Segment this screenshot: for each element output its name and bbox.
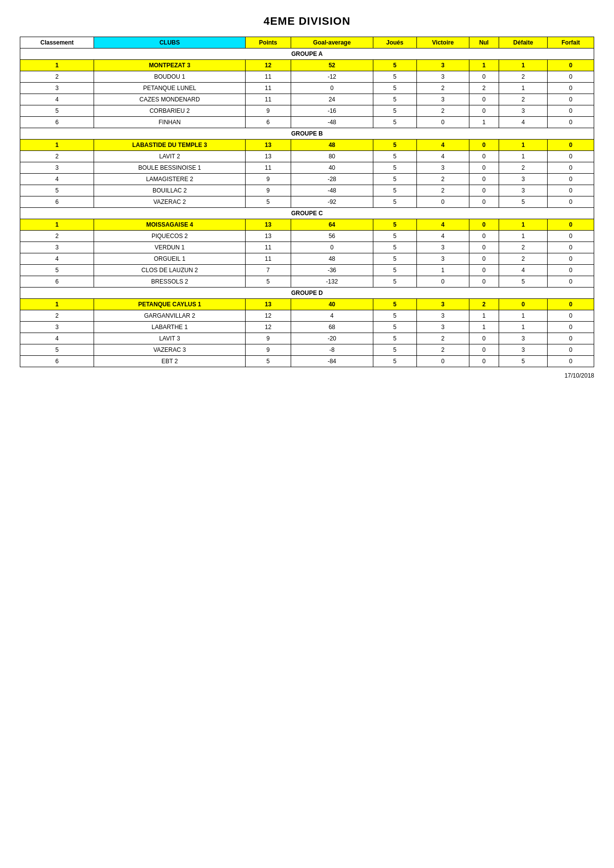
goal-cell: -84	[291, 356, 373, 367]
victoire-cell: 4	[417, 140, 469, 151]
defaite-cell: 5	[499, 276, 548, 288]
defaite-cell: 1	[499, 219, 548, 231]
rank-cell: 1	[20, 219, 94, 231]
page-title: 4EME DIVISION	[20, 15, 594, 28]
nul-cell: 0	[469, 265, 499, 276]
table-row: 6BRESSOLS 25-13250050	[20, 276, 594, 288]
table-row: 1LABASTIDE DU TEMPLE 3134854010	[20, 140, 594, 151]
defaite-cell: 3	[499, 185, 548, 196]
header-clubs: CLUBS	[94, 37, 245, 48]
victoire-cell: 2	[417, 174, 469, 185]
rank-cell: 2	[20, 310, 94, 322]
goal-cell: -8	[291, 344, 373, 356]
table-row: 2GARGANVILLAR 212453110	[20, 310, 594, 322]
table-row: 5CLOS DE LAUZUN 27-3651040	[20, 265, 594, 276]
victoire-cell: 0	[417, 196, 469, 208]
table-row: 6EBT 25-8450050	[20, 356, 594, 367]
forfait-cell: 0	[548, 83, 594, 94]
nul-cell: 1	[469, 310, 499, 322]
header-forfait: Forfait	[548, 37, 594, 48]
defaite-cell: 5	[499, 356, 548, 367]
nul-cell: 1	[469, 117, 499, 128]
goal-cell: -132	[291, 276, 373, 288]
table-row: 2LAVIT 2138054010	[20, 151, 594, 162]
club-cell: PETANQUE LUNEL	[94, 83, 245, 94]
table-row: 4LAMAGISTERE 29-2852030	[20, 174, 594, 185]
nul-cell: 2	[469, 299, 499, 310]
table-row: 3LABARTHE 1126853110	[20, 322, 594, 333]
points-cell: 9	[245, 174, 291, 185]
goal-cell: -12	[291, 71, 373, 83]
joues-cell: 5	[373, 196, 417, 208]
club-cell: LAMAGISTERE 2	[94, 174, 245, 185]
goal-cell: -36	[291, 265, 373, 276]
victoire-cell: 2	[417, 333, 469, 344]
nul-cell: 0	[469, 333, 499, 344]
nul-cell: 0	[469, 219, 499, 231]
joues-cell: 5	[373, 276, 417, 288]
table-row: 1MONTPEZAT 3125253110	[20, 60, 594, 71]
goal-cell: -48	[291, 185, 373, 196]
group-header-row: GROUPE D	[20, 288, 594, 299]
joues-cell: 5	[373, 265, 417, 276]
points-cell: 9	[245, 344, 291, 356]
nul-cell: 0	[469, 105, 499, 117]
goal-cell: 40	[291, 299, 373, 310]
points-cell: 12	[245, 60, 291, 71]
header-goal-average: Goal-average	[291, 37, 373, 48]
victoire-cell: 0	[417, 356, 469, 367]
forfait-cell: 0	[548, 242, 594, 253]
nul-cell: 0	[469, 174, 499, 185]
goal-cell: 80	[291, 151, 373, 162]
forfait-cell: 0	[548, 276, 594, 288]
nul-cell: 0	[469, 196, 499, 208]
rank-cell: 3	[20, 162, 94, 174]
nul-cell: 0	[469, 151, 499, 162]
club-cell: BOULE BESSINOISE 1	[94, 162, 245, 174]
club-cell: VAZERAC 3	[94, 344, 245, 356]
points-cell: 12	[245, 310, 291, 322]
points-cell: 9	[245, 185, 291, 196]
group-name: GROUPE C	[20, 208, 594, 219]
nul-cell: 0	[469, 94, 499, 105]
nul-cell: 0	[469, 231, 499, 242]
nul-cell: 0	[469, 344, 499, 356]
victoire-cell: 2	[417, 83, 469, 94]
defaite-cell: 1	[499, 60, 548, 71]
points-cell: 11	[245, 162, 291, 174]
defaite-cell: 2	[499, 94, 548, 105]
club-cell: VERDUN 1	[94, 242, 245, 253]
table-row: 1MOISSAGAISE 4136454010	[20, 219, 594, 231]
forfait-cell: 0	[548, 105, 594, 117]
club-cell: EBT 2	[94, 356, 245, 367]
points-cell: 5	[245, 276, 291, 288]
club-cell: GARGANVILLAR 2	[94, 310, 245, 322]
joues-cell: 5	[373, 219, 417, 231]
joues-cell: 5	[373, 253, 417, 265]
defaite-cell: 3	[499, 344, 548, 356]
victoire-cell: 3	[417, 71, 469, 83]
joues-cell: 5	[373, 151, 417, 162]
club-cell: CAZES MONDENARD	[94, 94, 245, 105]
rank-cell: 6	[20, 276, 94, 288]
rank-cell: 2	[20, 151, 94, 162]
table-row: 6VAZERAC 25-9250050	[20, 196, 594, 208]
table-row: 4CAZES MONDENARD112453020	[20, 94, 594, 105]
table-row: 5BOUILLAC 29-4852030	[20, 185, 594, 196]
group-name: GROUPE D	[20, 288, 594, 299]
defaite-cell: 1	[499, 140, 548, 151]
victoire-cell: 1	[417, 265, 469, 276]
nul-cell: 1	[469, 322, 499, 333]
rank-cell: 1	[20, 140, 94, 151]
rank-cell: 4	[20, 253, 94, 265]
table-row: 3BOULE BESSINOISE 1114053020	[20, 162, 594, 174]
victoire-cell: 2	[417, 185, 469, 196]
forfait-cell: 0	[548, 196, 594, 208]
goal-cell: -28	[291, 174, 373, 185]
club-cell: MONTPEZAT 3	[94, 60, 245, 71]
nul-cell: 0	[469, 242, 499, 253]
goal-cell: 4	[291, 310, 373, 322]
victoire-cell: 3	[417, 94, 469, 105]
victoire-cell: 3	[417, 322, 469, 333]
club-cell: CLOS DE LAUZUN 2	[94, 265, 245, 276]
